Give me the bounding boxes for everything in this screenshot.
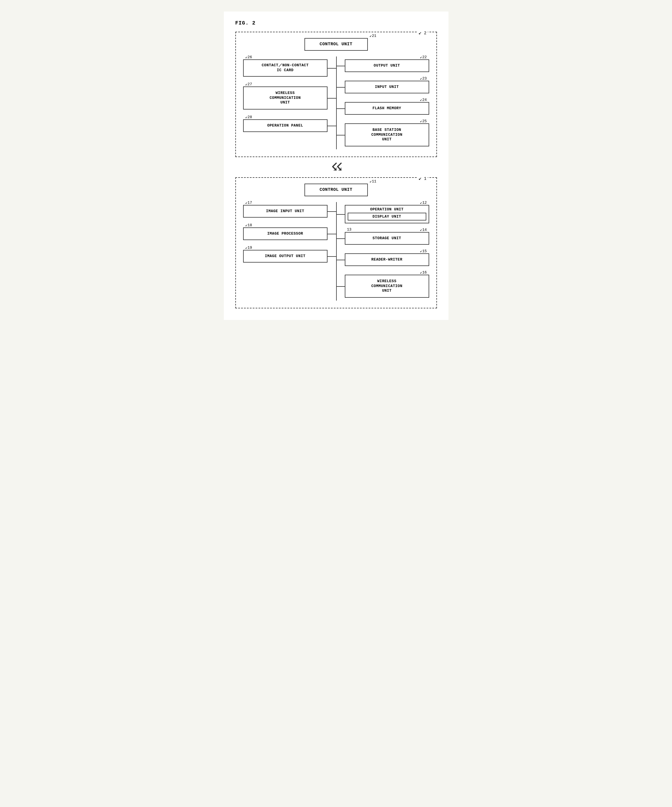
operation-panel-box: OPERATION PANEL — [243, 119, 328, 132]
output-unit-wrapper: ↙22 OUTPUT UNIT — [345, 59, 429, 72]
wireless-comm-bottom-box: WIRELESS COMMUNICATION UNIT — [345, 275, 429, 298]
display-unit-box: DISPLAY UNIT — [348, 213, 426, 221]
ref-22: ↙22 — [420, 55, 427, 59]
operation-display-wrapper: ↙12 OPERATION UNIT DISPLAY UNIT — [345, 205, 429, 223]
storage-unit-box: STORAGE UNIT — [345, 232, 429, 245]
operation-panel-wrapper: ↙28 OPERATION PANEL — [243, 119, 328, 132]
lightning-icon: ☇☇ — [331, 161, 341, 173]
top-device-ref: ↙ 2 — [417, 29, 428, 36]
storage-unit-wrapper: 13 ↙14 STORAGE UNIT — [345, 232, 429, 245]
top-right-col: ↙22 OUTPUT UNIT ↙23 INPUT UNIT ↙24 — [336, 56, 429, 149]
conn-26 — [328, 68, 336, 68]
image-output-unit-box: IMAGE OUTPUT UNIT — [243, 250, 328, 262]
ref-18: ↙18 — [245, 223, 252, 227]
wireless-comm-top-box: WIRELESS COMMUNICATION UNIT — [243, 86, 328, 110]
bottom-device-ref: ↙ 1 — [417, 175, 428, 181]
bottom-device-container: ↙ 1 CONTROL UNIT ↙11 ↙17 — [235, 177, 437, 308]
image-input-unit-box: IMAGE INPUT UNIT — [243, 205, 328, 218]
bottom-left-col: ↙17 IMAGE INPUT UNIT ↙18 IMAGE PROCESSOR — [243, 202, 336, 301]
image-input-unit-wrapper: ↙17 IMAGE INPUT UNIT — [243, 205, 328, 218]
flash-memory-box: FLASH MEMORY — [345, 102, 429, 115]
top-device-container: ↙ 2 CONTROL UNIT ↙21 ↙26 — [235, 32, 437, 157]
reader-writer-box: READER-WRITER — [345, 253, 429, 266]
ref-14: ↙14 — [420, 227, 427, 232]
figure-label: FIG. 2 — [235, 20, 437, 26]
lightning-section: ☇☇ — [235, 157, 437, 177]
top-two-col: ↙26 CONTACT／NON-CONTACT IC CARD ↙27 WIRE… — [243, 56, 429, 149]
top-control-row: CONTROL UNIT ↙21 — [243, 38, 429, 51]
conn-19 — [328, 256, 336, 257]
wireless-comm-bottom-wrapper: ↙16 WIRELESS COMMUNICATION UNIT — [345, 275, 429, 298]
bottom-divider — [336, 202, 337, 301]
contact-ic-card-wrapper: ↙26 CONTACT／NON-CONTACT IC CARD — [243, 59, 328, 77]
image-processor-wrapper: ↙18 IMAGE PROCESSOR — [243, 227, 328, 240]
ref-15: ↙15 — [420, 249, 427, 253]
bottom-control-row: CONTROL UNIT ↙11 — [243, 184, 429, 196]
conn-23 — [336, 87, 345, 88]
bottom-control-unit-box: CONTROL UNIT — [305, 184, 368, 196]
bottom-control-wrapper: CONTROL UNIT ↙11 — [305, 184, 368, 196]
operation-unit-label: OPERATION UNIT — [348, 207, 426, 211]
ref-23: ↙23 — [420, 76, 427, 81]
operation-unit-outer-box: OPERATION UNIT DISPLAY UNIT — [345, 205, 429, 223]
flash-memory-wrapper: ↙24 FLASH MEMORY — [345, 102, 429, 115]
conn-17 — [328, 211, 336, 212]
ref-25: ↙25 — [420, 119, 427, 123]
ref-12: ↙12 — [420, 200, 427, 205]
conn-15 — [336, 260, 345, 260]
ref-28: ↙28 — [245, 115, 252, 119]
top-control-wrapper: CONTROL UNIT ↙21 — [305, 38, 368, 51]
output-unit-box: OUTPUT UNIT — [345, 59, 429, 72]
image-output-unit-wrapper: ↙19 IMAGE OUTPUT UNIT — [243, 250, 328, 262]
input-unit-box: INPUT UNIT — [345, 81, 429, 93]
ref-24: ↙24 — [420, 98, 427, 102]
ref-27: ↙27 — [245, 82, 252, 86]
top-divider — [336, 56, 337, 149]
conn-16 — [336, 286, 345, 287]
top-control-ref: ↙21 — [369, 33, 376, 38]
image-processor-box: IMAGE PROCESSOR — [243, 227, 328, 240]
page: FIG. 2 ↙ 2 CONTROL UNIT ↙21 — [224, 12, 449, 320]
contact-ic-card-box: CONTACT／NON-CONTACT IC CARD — [243, 59, 328, 77]
bottom-right-col: ↙12 OPERATION UNIT DISPLAY UNIT 13 ↙14 S… — [336, 202, 429, 301]
conn-27 — [328, 98, 336, 98]
conn-28 — [328, 126, 336, 126]
bottom-control-ref: ↙11 — [369, 179, 376, 184]
conn-14 — [336, 238, 345, 239]
ref-13: 13 — [347, 227, 352, 232]
reader-writer-wrapper: ↙15 READER-WRITER — [345, 253, 429, 266]
ref-17: ↙17 — [245, 200, 252, 205]
base-station-wrapper: ↙25 BASE STATION COMMUNICATION UNIT — [345, 123, 429, 146]
conn-25 — [336, 135, 345, 135]
top-left-col: ↙26 CONTACT／NON-CONTACT IC CARD ↙27 WIRE… — [243, 56, 336, 149]
top-control-unit-box: CONTROL UNIT — [305, 38, 368, 51]
ref-26: ↙26 — [245, 55, 252, 59]
ref-19: ↙19 — [245, 245, 252, 250]
conn-12 — [336, 214, 345, 215]
wireless-comm-top-wrapper: ↙27 WIRELESS COMMUNICATION UNIT — [243, 86, 328, 110]
conn-18 — [328, 234, 336, 234]
base-station-box: BASE STATION COMMUNICATION UNIT — [345, 123, 429, 146]
input-unit-wrapper: ↙23 INPUT UNIT — [345, 81, 429, 93]
bottom-two-col: ↙17 IMAGE INPUT UNIT ↙18 IMAGE PROCESSOR — [243, 202, 429, 301]
conn-22 — [336, 66, 345, 66]
ref-16: ↙16 — [420, 270, 427, 275]
conn-24 — [336, 108, 345, 109]
